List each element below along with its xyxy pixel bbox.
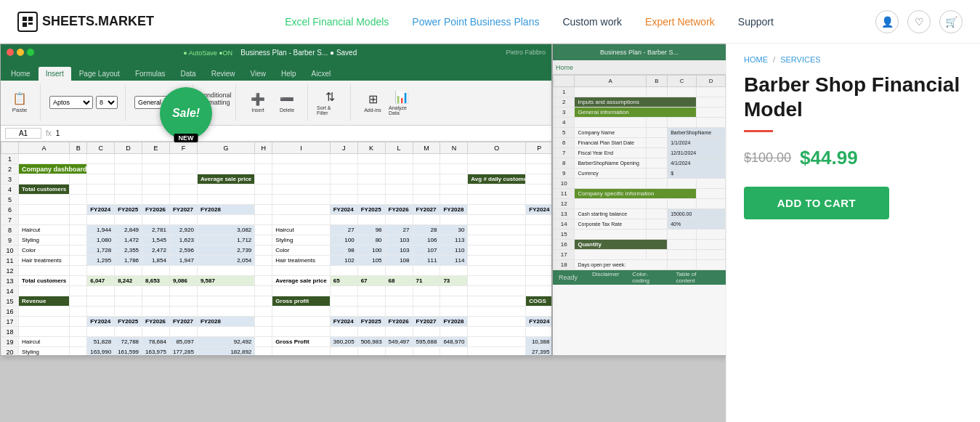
sale-price: $44.99 <box>800 147 858 169</box>
font-size-selector[interactable]: 8 <box>96 96 118 109</box>
right-statusbar: Ready Disclaimer Color-coding Table of c… <box>553 270 726 285</box>
ribbon-tab-aicxel[interactable]: Aicxel <box>304 67 339 81</box>
spreadsheet-right: Business Plan - Barber S... Home A B C D <box>552 44 726 356</box>
min-btn[interactable] <box>17 49 24 56</box>
max-btn[interactable] <box>27 49 34 56</box>
wishlist-icon-button[interactable]: ♡ <box>907 10 931 33</box>
user-icon-button[interactable]: 👤 <box>875 10 899 33</box>
cell-reference-input[interactable] <box>5 128 41 139</box>
excel-titlebar-right: Business Plan - Barber S... <box>553 44 726 60</box>
nav-link-powerpoint[interactable]: Power Point Business Plans <box>412 16 539 28</box>
logo-icon <box>17 12 38 32</box>
right-ready-status: Ready <box>559 274 578 281</box>
col-b[interactable]: B <box>70 142 87 154</box>
table-row: 10 Color 1,728 2,355 2,472 2,596 2,739 C… <box>1 246 552 256</box>
analyze-data-btn[interactable]: 📊 Analyze Data <box>389 86 415 118</box>
right-toolbar-home: Home <box>553 60 726 75</box>
col-k[interactable]: K <box>357 142 385 154</box>
table-row: 5 Company Name BarberShopName <box>554 128 726 138</box>
paste-btn[interactable]: 📋 Paste <box>7 86 33 118</box>
ribbon-tab-data[interactable]: Data <box>174 67 203 81</box>
delete-cells-btn[interactable]: ➖ Delete <box>274 86 300 118</box>
ribbon-tab-insert[interactable]: Insert <box>39 67 71 81</box>
right-grid-table: A B C D 1 <box>553 75 726 270</box>
add-ins-btn[interactable]: ⊞ Add-ins <box>360 86 386 118</box>
right-tab-color[interactable]: Color-coding <box>626 270 668 285</box>
ribbon-tools: 📋 Paste Aptos 8 Gener <box>1 81 551 125</box>
logo[interactable]: SHEETS.MARKET <box>17 12 154 32</box>
font-group: Aptos 8 <box>49 84 126 121</box>
price-area: $100.00 $44.99 <box>744 147 963 169</box>
nav-link-excel[interactable]: Excel Financial Models <box>285 16 389 28</box>
add-to-cart-button[interactable]: ADD TO CART <box>744 187 889 219</box>
table-row: 17 <box>554 250 726 260</box>
table-row: 11 Hair treatments 1,295 1,786 1,854 1,9… <box>1 256 552 266</box>
col-f[interactable]: F <box>169 142 197 154</box>
ribbon-tab-help[interactable]: Help <box>274 67 304 81</box>
col-p[interactable]: P <box>526 142 551 154</box>
nav-link-custom[interactable]: Custom work <box>562 16 622 28</box>
product-title: Barber Shop Financial Model <box>744 73 963 121</box>
breadcrumb-services[interactable]: SERVICES <box>780 55 820 64</box>
font-selector[interactable]: Aptos <box>49 96 93 109</box>
table-row: 2 Inputs and assumptions <box>554 97 726 107</box>
right-tab-disclaimer[interactable]: Disclaimer <box>586 270 625 285</box>
table-row: 15 Revenue Gross profit <box>1 296 552 307</box>
ribbon-tab-view[interactable]: View <box>243 67 273 81</box>
col-e[interactable]: E <box>142 142 170 154</box>
col-a[interactable]: A <box>19 142 70 154</box>
col-c[interactable]: C <box>87 142 115 154</box>
table-row: 4 Total customers <box>1 184 552 195</box>
col-d[interactable]: D <box>115 142 142 154</box>
row-1: 1 <box>1 154 19 164</box>
main-content: Sale! NEW ● AutoSave ●ON Business Plan -… <box>0 44 980 422</box>
table-row: 14 <box>1 286 552 296</box>
ribbon-tab-pagelayout[interactable]: Page Layout <box>72 67 127 81</box>
ribbon-tab-review[interactable]: Review <box>204 67 243 81</box>
right-tab-toc[interactable]: Table of content <box>671 270 720 285</box>
table-row: 5 <box>1 195 552 205</box>
cart-icon-button[interactable]: 🛒 <box>939 10 963 33</box>
col-o[interactable]: O <box>468 142 526 154</box>
table-row: 19 Haircut 51,828 72,788 78,684 85,097 9… <box>1 337 552 347</box>
col-g[interactable]: G <box>197 142 254 154</box>
spreadsheet-left: ● AutoSave ●ON Business Plan - Barber S.… <box>0 44 552 356</box>
breadcrumb-home[interactable]: HOME <box>744 55 768 64</box>
col-h[interactable]: H <box>255 142 272 154</box>
right-titlebar-text: Business Plan - Barber S... <box>559 49 720 56</box>
col-l[interactable]: L <box>385 142 413 154</box>
ribbon-tab-formulas[interactable]: Formulas <box>128 67 173 81</box>
right-grid: A B C D 1 <box>553 75 726 270</box>
table-row: 9 Currency $ <box>554 169 726 179</box>
nav-link-support[interactable]: Support <box>738 16 774 28</box>
cells-group: ➕ Insert ➖ Delete <box>245 84 308 121</box>
table-row: 6 Financial Plan Start Date 1/1/2024 <box>554 138 726 148</box>
table-row: 10 <box>554 179 726 189</box>
insert-cells-btn[interactable]: ➕ Insert <box>245 86 271 118</box>
sort-filter-btn[interactable]: ⇅ Sort & Filter <box>317 86 343 118</box>
nav-link-expert[interactable]: Expert Network <box>645 16 715 28</box>
ribbon-tabs: Home Insert Page Layout Formulas Data Re… <box>1 60 551 81</box>
svg-rect-2 <box>23 23 27 27</box>
close-btn[interactable] <box>7 49 14 56</box>
editing-group: ⇅ Sort & Filter <box>317 84 351 121</box>
excel-grid[interactable]: A B C D E F G H I J K L M <box>1 142 551 356</box>
sale-badge: Sale! NEW <box>160 87 212 139</box>
table-row: 8 BarberShopName Opening 4/1/2024 <box>554 158 726 169</box>
table-row: 13 Total customers 6,047 8,242 8,653 9,0… <box>1 276 552 286</box>
user-name: Pietro Fabbro <box>506 49 546 56</box>
col-m[interactable]: M <box>413 142 440 154</box>
table-row: 12 <box>1 266 552 276</box>
col-i[interactable]: I <box>272 142 330 154</box>
table-row: 7 Fiscal Year End 12/31/2024 <box>554 148 726 158</box>
col-j[interactable]: J <box>330 142 357 154</box>
sale-circle: Sale! <box>160 87 212 139</box>
top-navigation: SHEETS.MARKET Excel Financial Models Pow… <box>0 0 980 44</box>
formula-bar: fx 1 <box>1 126 551 142</box>
table-row: 17 FY2024 FY2025 FY2026 FY2027 FY2028 FY… <box>1 317 552 327</box>
ribbon-tab-home[interactable]: Home <box>4 67 38 81</box>
spreadsheet-area: Sale! NEW ● AutoSave ●ON Business Plan -… <box>0 44 726 422</box>
excel-titlebar-left: ● AutoSave ●ON Business Plan - Barber S.… <box>1 44 551 60</box>
table-row: 16 <box>1 307 552 317</box>
col-n[interactable]: N <box>440 142 468 154</box>
